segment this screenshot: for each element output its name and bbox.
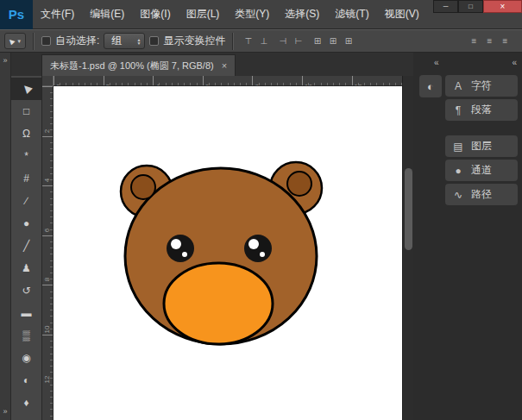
app-logo[interactable]: Ps xyxy=(0,0,33,29)
align-edges-group: ⊞⊞⊞ xyxy=(310,34,355,48)
tool-icon: # xyxy=(23,173,29,184)
distribute-icon[interactable]: ≡ xyxy=(498,34,513,48)
panel-button-channels[interactable]: ● 通道 xyxy=(445,160,518,181)
close-button[interactable]: × xyxy=(483,0,522,13)
options-bar: ▶ ▼ 自动选择: 组 ▲▼ 显示变换控件 ⊤⊥ ⊣⊢ ⊞⊞⊞ ≡≡≡ xyxy=(0,29,522,53)
separator xyxy=(232,33,234,50)
panel-icon-adjustments[interactable]: ◐ xyxy=(419,75,442,97)
horizontal-ruler: 024681012 xyxy=(53,76,402,86)
tab-close-icon[interactable]: × xyxy=(222,60,227,71)
show-transform-checkbox[interactable] xyxy=(149,36,159,46)
tool-icon: ◉ xyxy=(22,353,30,363)
tool-history-brush[interactable]: ↺ xyxy=(11,279,41,302)
restore-button[interactable]: □ xyxy=(458,0,483,13)
auto-select-target-dropdown[interactable]: 组 ▲▼ xyxy=(104,33,145,49)
dock-header: « « xyxy=(413,53,522,75)
scrollbar-thumb[interactable] xyxy=(405,168,412,250)
document-tab-bar: 未标题-1.psd @ 100% (椭圆 7, RGB/8) × xyxy=(11,53,413,76)
ruler-mark: 2 xyxy=(104,76,154,85)
window-controls: ─ □ × xyxy=(433,0,522,13)
menu-item[interactable]: 编辑(E) xyxy=(82,7,132,22)
menu-item[interactable]: 滤镜(T) xyxy=(327,7,376,22)
tool-icon: ▶ xyxy=(20,82,33,95)
panel-icon: ◐ xyxy=(427,80,434,93)
tool-clone-stamp[interactable]: ♟ xyxy=(11,257,41,279)
tool-icon: ▬ xyxy=(22,308,32,318)
align-icon[interactable]: ⊢ xyxy=(291,34,305,48)
panel-button-layers[interactable]: ▤ 图层 xyxy=(445,135,518,157)
menu-item[interactable]: 视图(V) xyxy=(377,7,427,22)
tool-icon: Ω xyxy=(22,129,30,139)
align-icon[interactable]: ⊞ xyxy=(325,34,340,48)
tool-rectangular-marquee[interactable]: □ xyxy=(11,100,41,122)
tool-magic-wand[interactable]: * xyxy=(11,145,41,167)
menu-item[interactable]: 类型(Y) xyxy=(227,7,277,22)
ruler-mark: 12 xyxy=(352,76,402,85)
collapse-left-icon[interactable]: « xyxy=(512,59,517,67)
align-icon[interactable]: ⊤ xyxy=(241,34,255,48)
align-icon[interactable]: ⊣ xyxy=(275,34,290,48)
vertical-ruler: 24681012 xyxy=(42,86,53,420)
ruler-mark: 10 xyxy=(42,285,53,335)
menu-bar: Ps 文件(F)编辑(E)图像(I)图层(L)类型(Y)选择(S)滤镜(T)视图… xyxy=(0,0,522,29)
auto-select-checkbox[interactable] xyxy=(41,36,51,46)
tool-crop[interactable]: # xyxy=(11,167,41,190)
eye-highlight xyxy=(171,239,181,249)
show-transform-label: 显示变换控件 xyxy=(163,34,225,48)
tool-preset-dropdown[interactable]: ▶ ▼ xyxy=(4,33,26,49)
panel-icon: ∿ xyxy=(452,189,464,201)
tool-lasso[interactable]: Ω xyxy=(11,122,41,145)
document-canvas[interactable] xyxy=(53,86,402,420)
menu-item[interactable]: 文件(F) xyxy=(33,7,82,22)
tool-gradient[interactable]: ▒ xyxy=(11,324,41,347)
minimize-button[interactable]: ─ xyxy=(433,0,458,13)
tools-panel: ▶ □ Ω * # ∕ ● xyxy=(11,76,42,420)
panel-label: 段落 xyxy=(471,103,492,117)
menu-item[interactable]: 选择(S) xyxy=(277,7,327,22)
panel-icon: ¶ xyxy=(452,104,464,116)
tool-icon: * xyxy=(24,151,28,161)
vertical-scrollbar[interactable] xyxy=(402,76,413,420)
menu-item[interactable]: 图像(I) xyxy=(132,7,178,22)
bear-left-eye xyxy=(167,235,194,262)
photoshop-window: Ps 文件(F)编辑(E)图像(I)图层(L)类型(Y)选择(S)滤镜(T)视图… xyxy=(0,0,522,420)
tool-icon: ▒ xyxy=(22,330,30,341)
align-icon[interactable]: ⊞ xyxy=(341,34,355,48)
expand-right-icon[interactable]: » xyxy=(3,57,7,65)
auto-select-value: 组 xyxy=(111,34,122,48)
align-icon[interactable]: ⊞ xyxy=(310,34,324,48)
tools-collapse-strip: » » xyxy=(0,53,11,420)
bear-muzzle xyxy=(164,263,273,344)
ruler-corner xyxy=(42,76,53,86)
tool-eyedropper[interactable]: ∕ xyxy=(11,190,41,212)
tool-icon: ╱ xyxy=(23,241,29,251)
expand-right-icon[interactable]: » xyxy=(3,408,7,416)
document-tab[interactable]: 未标题-1.psd @ 100% (椭圆 7, RGB/8) × xyxy=(41,54,236,76)
distribute-icon[interactable]: ≡ xyxy=(482,34,497,48)
panel-button-character[interactable]: A 字符 xyxy=(445,75,518,97)
tool-spot-healing-brush[interactable]: ● xyxy=(11,212,41,235)
panel-button-paths[interactable]: ∿ 路径 xyxy=(445,184,518,205)
panel-label: 图层 xyxy=(471,139,492,154)
collapse-left-icon[interactable]: « xyxy=(434,59,439,67)
panel-label: 路径 xyxy=(471,187,492,202)
ruler-mark: 4 xyxy=(42,136,53,186)
tool-icon: ↺ xyxy=(22,285,30,296)
distribute-icon[interactable]: ≡ xyxy=(467,34,481,48)
menu-item[interactable]: 图层(L) xyxy=(179,7,228,22)
eye-highlight xyxy=(248,239,259,249)
tool-eraser[interactable]: ▬ xyxy=(11,302,41,324)
panel-button-paragraph[interactable]: ¶ 段落 xyxy=(445,99,518,121)
tool-icon: ● xyxy=(23,218,29,229)
tool-brush[interactable]: ╱ xyxy=(11,235,41,257)
bear-left-inner-ear xyxy=(131,175,155,199)
tool-icon: ♟ xyxy=(22,263,31,273)
tool-pen[interactable]: ♦ xyxy=(11,392,41,414)
tool-move[interactable]: ▶ xyxy=(11,78,41,100)
tool-blur[interactable]: ◉ xyxy=(11,347,41,369)
right-dock-area: « « ◐ A 字符 ¶ xyxy=(413,53,522,420)
tool-icon: ◐ xyxy=(23,375,29,386)
align-icon[interactable]: ⊥ xyxy=(256,34,271,48)
tool-dodge[interactable]: ◐ xyxy=(11,369,41,392)
auto-select-label: 自动选择: xyxy=(55,34,99,48)
